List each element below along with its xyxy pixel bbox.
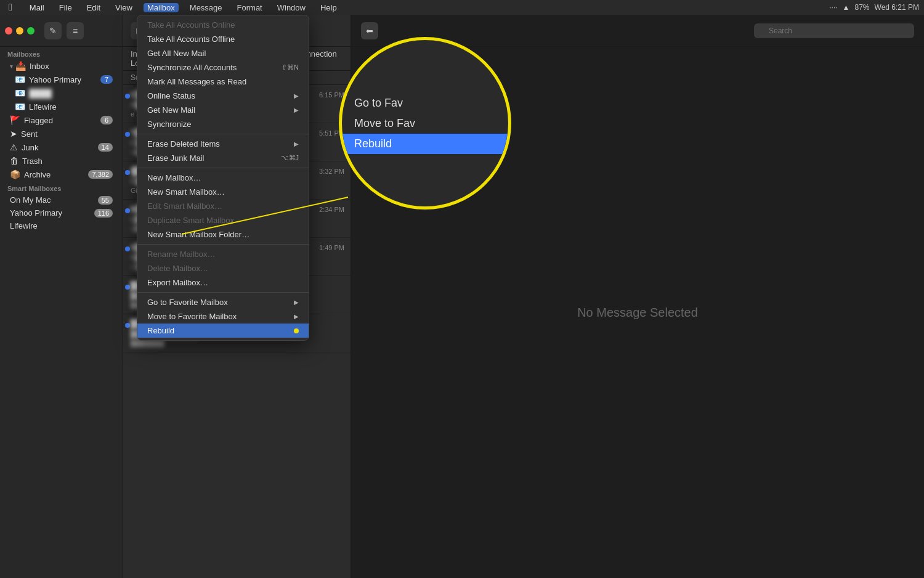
menu-help[interactable]: Help <box>317 3 341 12</box>
menu-synchronize-all[interactable]: Synchronize All Accounts ⇧⌘N <box>137 60 309 75</box>
mag-move-to-fav[interactable]: Move to Fav <box>342 113 508 134</box>
go-to-favorite-arrow: ▶ <box>294 299 299 306</box>
sidebar-item-yahoo-primary2[interactable]: Yahoo Primary 116 <box>2 206 120 219</box>
menubar:  Mail File Edit View Mailbox Message Fo… <box>0 0 924 15</box>
menu-view[interactable]: View <box>111 3 136 12</box>
unread-dot-2 <box>125 170 130 175</box>
menu-extra-dots: ···· <box>829 3 837 12</box>
unread-dot-5 <box>125 285 130 290</box>
menu-delete-mailbox[interactable]: Delete Mailbox… <box>137 261 309 275</box>
menu-edit-smart-mailbox[interactable]: Edit Smart Mailbox… <box>137 199 309 213</box>
mag-go-to-fav[interactable]: Go to Fav <box>342 93 508 113</box>
unread-dot-0 <box>125 94 130 99</box>
junk-label: Junk <box>22 143 98 152</box>
zoom-button[interactable] <box>27 27 34 35</box>
separator-4 <box>137 292 309 293</box>
menu-format[interactable]: Format <box>233 3 266 12</box>
inbox-icon: 📥 <box>15 61 26 71</box>
menu-rename-mailbox[interactable]: Rename Mailbox… <box>137 247 309 261</box>
menu-export-mailbox[interactable]: Export Mailbox… <box>137 275 309 290</box>
synchronize-all-shortcut: ⇧⌘N <box>282 63 299 71</box>
menu-message[interactable]: Message <box>186 3 226 12</box>
sidebar-item-yahoo-primary[interactable]: 📧 Yahoo Primary 7 <box>7 73 120 86</box>
search-input[interactable] <box>754 23 914 38</box>
menu-new-smart-mailbox[interactable]: New Smart Mailbox… <box>137 185 309 199</box>
unread-dot-4 <box>125 246 130 251</box>
sidebar-item-sent[interactable]: ➤ Sent <box>2 127 120 140</box>
menu-duplicate-smart-mailbox[interactable]: Duplicate Smart Mailbox <box>137 213 309 227</box>
get-all-new-mail-label: Get All New Mail <box>147 49 206 58</box>
menu-get-new-mail[interactable]: Get New Mail ▶ <box>137 103 309 117</box>
yahoo-primary-badge: 7 <box>100 75 113 84</box>
menu-new-mailbox[interactable]: New Mailbox… <box>137 171 309 185</box>
menu-erase-junk[interactable]: Erase Junk Mail ⌥⌘J <box>137 151 309 165</box>
lifewire-label: Lifewire <box>29 102 113 112</box>
menu-file[interactable]: File <box>55 3 76 12</box>
wifi-icon: ▲ <box>843 3 850 12</box>
menu-rebuild[interactable]: Rebuild <box>137 324 309 338</box>
menu-edit[interactable]: Edit <box>83 3 104 12</box>
new-smart-mailbox-label: New Smart Mailbox… <box>147 187 225 197</box>
separator-1 <box>137 134 309 134</box>
menu-get-all-new-mail[interactable]: Get All New Mail <box>137 46 309 60</box>
export-mailbox-label: Export Mailbox… <box>147 278 208 287</box>
take-all-offline-label: Take All Accounts Offline <box>147 35 235 44</box>
menu-mark-all-read[interactable]: Mark All Messages as Read <box>137 75 309 89</box>
traffic-lights <box>5 27 34 35</box>
menu-mail[interactable]: Mail <box>26 3 48 12</box>
msg-time-4: 1:49 PM <box>319 244 344 251</box>
compose-button[interactable]: ✎ <box>44 22 62 39</box>
get-new-mail-arrow: ▶ <box>294 107 299 113</box>
lifewire2-label: Lifewire <box>10 221 113 230</box>
move-to-favorite-label: Move to Favorite Mailbox <box>147 312 237 321</box>
sidebar-item-junk[interactable]: ⚠ Junk 14 <box>2 140 120 154</box>
sidebar-item-inbox[interactable]: ▾ 📥 Inbox <box>2 59 120 73</box>
menu-new-smart-mailbox-folder[interactable]: New Smart Mailbox Folder… <box>137 227 309 242</box>
edit-smart-mailbox-label: Edit Smart Mailbox… <box>147 201 222 211</box>
erase-junk-shortcut: ⌥⌘J <box>281 154 299 162</box>
smart-mailboxes-label: Smart Mailboxes <box>0 181 123 193</box>
battery-indicator: 87% <box>854 3 869 12</box>
sidebar-toolbar: ✎ ≡ <box>0 15 123 47</box>
menu-take-all-offline[interactable]: Take All Accounts Offline <box>137 32 309 46</box>
clock: Wed 6:21 PM <box>875 3 919 12</box>
flag-icon: 🚩 <box>10 115 20 125</box>
sidebar-item-on-my-mac[interactable]: On My Mac 55 <box>2 193 120 206</box>
menu-move-to-favorite[interactable]: Move to Favorite Mailbox ▶ <box>137 309 309 324</box>
archive-label: Archive <box>24 170 88 179</box>
mailbox-dropdown-menu: Take All Accounts Online Take All Accoun… <box>137 15 309 341</box>
menu-erase-deleted[interactable]: Erase Deleted Items ▶ <box>137 137 309 151</box>
menu-take-all-online[interactable]: Take All Accounts Online <box>137 18 309 32</box>
sidebar-item-lifewire2[interactable]: Lifewire <box>2 219 120 232</box>
sent-icon: ➤ <box>10 129 17 139</box>
minimize-button[interactable] <box>16 27 23 35</box>
sidebar-item-trash[interactable]: 🗑 Trash <box>2 154 120 168</box>
menu-window[interactable]: Window <box>274 3 309 12</box>
move-to-favorite-arrow: ▶ <box>294 313 299 320</box>
junk-icon: ⚠ <box>10 142 18 152</box>
sidebar-toggle-button[interactable]: ≡ <box>67 22 84 39</box>
sidebar-item-blurred[interactable]: 📧 ████ <box>7 86 120 100</box>
blurred-icon: 📧 <box>15 88 25 98</box>
menu-synchronize[interactable]: Synchronize <box>137 117 309 131</box>
unread-dot-6 <box>125 323 130 328</box>
yahoo-primary2-badge: 116 <box>94 209 113 218</box>
sidebar-item-archive[interactable]: 📦 Archive 7,382 <box>2 168 120 181</box>
apple-menu-icon[interactable]:  <box>5 2 16 13</box>
sidebar-item-lifewire[interactable]: 📧 Lifewire <box>7 100 120 113</box>
mag-rebuild[interactable]: Rebuild <box>342 134 508 154</box>
archive-badge: 7,382 <box>88 170 113 179</box>
close-button[interactable] <box>5 27 12 35</box>
menu-mailbox[interactable]: Mailbox <box>144 3 179 12</box>
synchronize-all-label: Synchronize All Accounts <box>147 63 237 72</box>
new-smart-mailbox-folder-label: New Smart Mailbox Folder… <box>147 230 249 239</box>
archive-icon: 📦 <box>10 169 20 179</box>
unread-dot-1 <box>125 132 130 137</box>
sidebar-item-flagged[interactable]: 🚩 Flagged 6 <box>2 113 120 127</box>
on-my-mac-label: On My Mac <box>10 195 98 205</box>
sidebar: ✎ ≡ Mailboxes ▾ 📥 Inbox 📧 Yahoo Primary … <box>0 15 123 578</box>
back-button[interactable]: ⬅ <box>361 22 378 39</box>
menu-go-to-favorite[interactable]: Go to Favorite Mailbox ▶ <box>137 295 309 309</box>
menu-online-status[interactable]: Online Status ▶ <box>137 89 309 103</box>
erase-junk-label: Erase Junk Mail <box>147 153 204 163</box>
